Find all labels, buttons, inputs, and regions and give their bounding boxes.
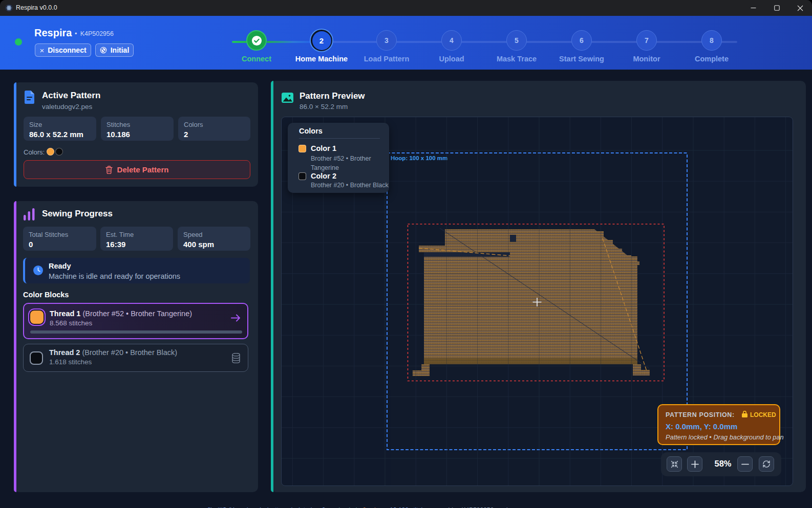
svg-text:Hoop: 100 x 100 mm: Hoop: 100 x 100 mm <box>391 155 447 161</box>
